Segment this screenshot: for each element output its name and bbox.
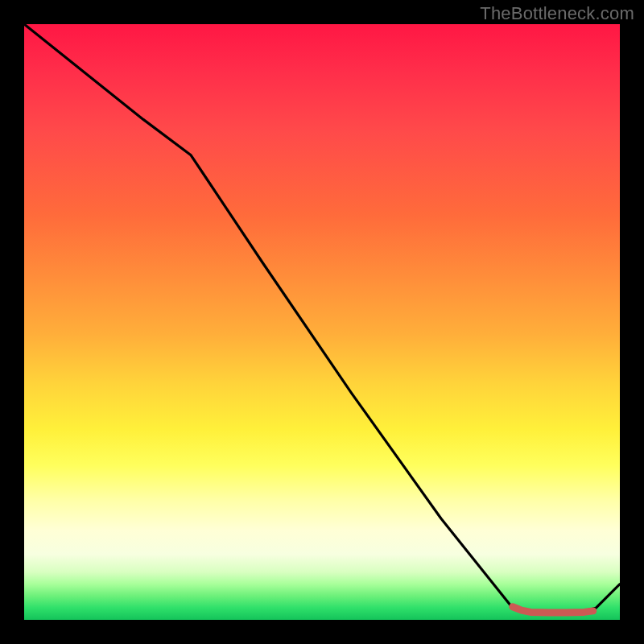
watermark-text: TheBottleneck.com: [480, 3, 634, 24]
highlight-segment-line: [513, 607, 593, 613]
primary-curve-line: [24, 24, 620, 614]
chart-lines-layer: [24, 24, 620, 620]
chart-frame: TheBottleneck.com: [0, 0, 644, 644]
